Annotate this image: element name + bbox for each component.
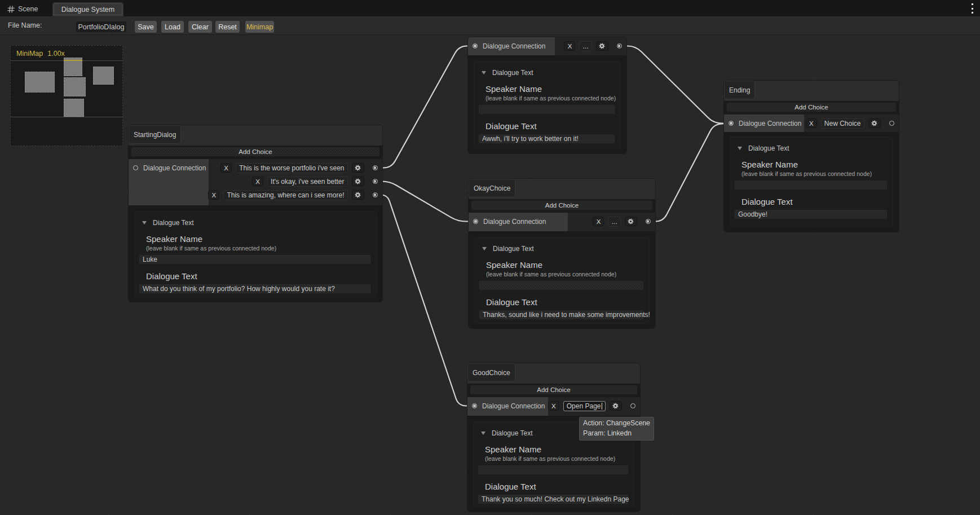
speaker-name-field[interactable]: [735, 181, 887, 190]
kebab-menu-icon[interactable]: [970, 3, 974, 14]
add-choice-label: Add Choice: [239, 148, 272, 155]
node-title-tab[interactable]: Ending: [724, 81, 755, 99]
choice-row: XThis is the worse portfolio i've seen: [220, 163, 382, 173]
tab-scene[interactable]: Scene: [7, 3, 38, 15]
dialogue-text-field[interactable]: Thanks, sound like i need to make some i…: [479, 310, 643, 319]
choice-settings-button[interactable]: [352, 177, 364, 186]
input-port[interactable]: [133, 165, 138, 170]
foldout-arrow-icon: [482, 71, 486, 74]
choice-settings-button[interactable]: [352, 163, 364, 173]
dialogue-text-foldout[interactable]: Dialogue Text: [738, 144, 789, 152]
dialogue-text-foldout[interactable]: Dialogue Text: [481, 429, 533, 437]
dialogue-text-value: Thank you so much! Check out my Linkedn …: [482, 495, 629, 503]
delete-choice-button[interactable]: X: [548, 401, 559, 411]
speaker-name-header: Speaker Name: [741, 160, 798, 169]
node-okay-choice[interactable]: OkayChoiceAdd ChoiceDialogue ConnectionX…: [468, 178, 656, 329]
minimap-toggle-button[interactable]: Minimap: [245, 21, 274, 33]
choice-text-field[interactable]: New Choice: [821, 118, 864, 129]
input-port[interactable]: [473, 43, 478, 49]
node-starting-dialog[interactable]: StartingDialogAdd ChoiceDialogue Connect…: [128, 125, 383, 302]
tab-scene-label: Scene: [18, 5, 38, 13]
delete-choice-button[interactable]: X: [593, 217, 604, 226]
dialogue-text-foldout[interactable]: Dialogue Text: [482, 69, 533, 77]
edge-connection-3[interactable]: [619, 46, 731, 124]
speaker-name-field[interactable]: [479, 105, 615, 114]
node-title-tab[interactable]: StartingDialog: [129, 125, 181, 144]
input-port[interactable]: [729, 121, 734, 126]
dialogue-text-foldout[interactable]: Dialogue Text: [142, 219, 194, 227]
delete-choice-button[interactable]: X: [220, 163, 232, 173]
text-caret: [602, 403, 602, 410]
output-port[interactable]: [373, 192, 378, 197]
choice-settings-button[interactable]: [352, 190, 364, 200]
speaker-name-hint: (leave blank if same as previous connect…: [741, 170, 872, 177]
node-bad-choice[interactable]: Dialogue ConnectionX...Dialogue TextSpea…: [467, 37, 627, 154]
output-port[interactable]: [889, 121, 894, 126]
delete-choice-button[interactable]: X: [208, 190, 219, 200]
node-title-bar: Ending: [724, 81, 899, 101]
choice-text-field[interactable]: ...: [579, 41, 591, 51]
file-name-label: File Name:: [8, 16, 42, 34]
clear-button[interactable]: Clear: [188, 21, 212, 33]
dialogue-text-field[interactable]: Thank you so much! Check out my Linkedn …: [478, 495, 628, 504]
node-title-tab[interactable]: GoodChoice: [467, 363, 515, 382]
choice-row: X...: [564, 41, 626, 51]
choice-text-field[interactable]: ...: [608, 217, 620, 227]
dialogue-connection-area: Dialogue ConnectionXThis is the worse po…: [129, 159, 382, 205]
delete-choice-label: X: [212, 192, 217, 199]
delete-choice-label: X: [224, 165, 228, 171]
file-name-input[interactable]: PortfolioDIalog: [76, 21, 127, 33]
toolbar: File Name: PortfolioDIalog Save Load Cle…: [0, 16, 980, 35]
input-port[interactable]: [472, 403, 477, 408]
node-title-bar: GoodChoice: [467, 363, 640, 384]
choice-settings-button[interactable]: [596, 41, 608, 51]
edge-connection-2[interactable]: [375, 195, 476, 406]
choice-text-value: New Choice: [824, 120, 861, 127]
minimap-panel[interactable]: MiniMap 1.00x: [10, 45, 123, 146]
choice-text-field[interactable]: This is the worse portfolio i've seen: [236, 163, 347, 173]
dialogue-text-field[interactable]: What do you think of my portfolio? How h…: [139, 284, 370, 293]
choice-row: X...: [593, 217, 655, 227]
output-port[interactable]: [630, 403, 635, 408]
dialogue-text-field[interactable]: Awwh, i'll try to work better on it!: [479, 134, 615, 143]
graph-canvas[interactable]: StartingDialogAdd ChoiceDialogue Connect…: [0, 0, 980, 515]
choice-settings-button[interactable]: [610, 401, 622, 411]
node-title-tab[interactable]: OkayChoice: [469, 179, 515, 197]
add-choice-button[interactable]: Add Choice: [471, 201, 652, 210]
add-choice-button[interactable]: Add Choice: [470, 385, 637, 394]
delete-choice-button[interactable]: X: [252, 177, 263, 186]
speaker-name-header: Speaker Name: [486, 260, 542, 270]
choice-settings-button[interactable]: [625, 217, 637, 226]
dialogue-text-section: Dialogue TextSpeaker Name(leave blank if…: [474, 61, 621, 149]
gear-icon: [628, 218, 634, 225]
dialogue-text-field[interactable]: Goodbye!: [735, 210, 887, 219]
foldout-arrow-icon: [142, 221, 147, 225]
choice-text-field[interactable]: It's okay, i've seen better: [267, 177, 347, 187]
save-button[interactable]: Save: [135, 21, 157, 33]
speaker-name-field[interactable]: Luke: [139, 255, 370, 264]
add-choice-button[interactable]: Add Choice: [131, 147, 379, 156]
input-port[interactable]: [473, 219, 478, 224]
delete-choice-button[interactable]: X: [806, 118, 817, 128]
choice-text-field[interactable]: Open Page: [563, 401, 606, 411]
dialogue-text-foldout[interactable]: Dialogue Text: [482, 245, 534, 253]
gear-icon: [355, 192, 361, 198]
speaker-name-field[interactable]: [479, 281, 643, 290]
output-port[interactable]: [373, 165, 378, 170]
node-ending[interactable]: EndingAdd ChoiceDialogue ConnectionXNew …: [723, 80, 899, 232]
choice-settings-button[interactable]: [868, 118, 881, 128]
choice-text-field[interactable]: This is amazing, where can i see more!: [223, 190, 347, 200]
speaker-name-hint: (leave blank if same as previous connect…: [485, 95, 616, 102]
add-choice-button[interactable]: Add Choice: [727, 103, 896, 112]
edge-connection-0[interactable]: [375, 46, 476, 168]
output-port[interactable]: [373, 179, 378, 184]
output-port[interactable]: [646, 219, 651, 224]
output-port[interactable]: [617, 43, 622, 49]
delete-choice-button[interactable]: X: [564, 41, 575, 51]
load-button[interactable]: Load: [161, 21, 184, 33]
edge-connection-4[interactable]: [648, 124, 730, 222]
choice-text-value: This is amazing, where can i see more!: [227, 191, 344, 199]
tab-dialogue-system[interactable]: Dialogue System: [52, 2, 123, 16]
speaker-name-field[interactable]: [478, 465, 628, 474]
reset-button[interactable]: Reset: [215, 21, 240, 33]
